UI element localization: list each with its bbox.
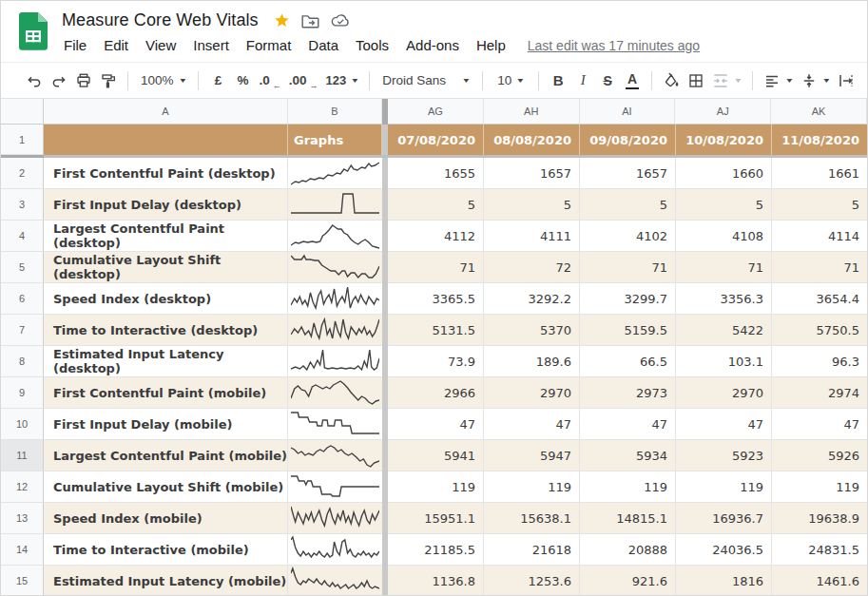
value-cell-AJ5[interactable]: 71	[676, 252, 772, 283]
metric-label-cell[interactable]: Largest Contentful Paint (mobile)	[44, 440, 288, 471]
decrease-decimal-button[interactable]: .0←	[255, 68, 284, 93]
value-cell-AK13[interactable]: 19638.9	[772, 503, 867, 534]
row-header-10[interactable]: 10	[1, 409, 44, 440]
text-wrapping-button[interactable]	[834, 68, 858, 93]
value-cell-AG14[interactable]: 21185.5	[388, 534, 484, 566]
value-cell-AH11[interactable]: 5947	[484, 440, 580, 471]
value-cell-AG6[interactable]: 3365.5	[388, 283, 484, 315]
menu-edit[interactable]: Edit	[95, 36, 137, 54]
date-header-AH[interactable]: 08/08/2020	[484, 125, 580, 155]
value-cell-AG5[interactable]: 71	[388, 252, 484, 283]
value-cell-AJ7[interactable]: 5422	[676, 315, 772, 346]
row-header-8[interactable]: 8	[1, 346, 44, 377]
zoom-select[interactable]: 100%▼	[135, 68, 191, 93]
metric-label-cell[interactable]: Speed Index (mobile)	[44, 503, 288, 534]
col-header-AI[interactable]: AI	[580, 99, 676, 125]
value-cell-AG2[interactable]: 1655	[388, 158, 484, 189]
value-cell-AI14[interactable]: 20888	[580, 534, 676, 566]
value-cell-AJ10[interactable]: 47	[676, 409, 772, 440]
date-header-AJ[interactable]: 10/08/2020	[676, 125, 772, 155]
increase-decimal-button[interactable]: .00→	[285, 68, 322, 93]
value-cell-AK8[interactable]: 96.3	[772, 346, 867, 377]
sparkline-cell[interactable]	[288, 252, 382, 283]
value-cell-AI15[interactable]: 921.6	[580, 566, 676, 595]
col-header-B[interactable]: B	[288, 99, 382, 125]
merge-cells-button[interactable]: ▼	[708, 68, 745, 93]
metric-label-cell[interactable]: Cumulative Layout Shift (mobile)	[44, 471, 288, 503]
value-cell-AI12[interactable]: 119	[580, 471, 676, 503]
row-header-13[interactable]: 13	[1, 503, 44, 534]
row-header-1[interactable]: 1	[1, 125, 44, 155]
value-cell-AH2[interactable]: 1657	[484, 158, 580, 189]
value-cell-AI9[interactable]: 2973	[580, 377, 676, 409]
value-cell-AJ14[interactable]: 24036.5	[676, 534, 772, 566]
value-cell-AI4[interactable]: 4102	[580, 221, 676, 252]
value-cell-AJ2[interactable]: 1660	[676, 158, 772, 189]
value-cell-AG4[interactable]: 4112	[388, 221, 484, 252]
metric-label-cell[interactable]: First Contentful Paint (desktop)	[44, 158, 288, 189]
col-header-AK[interactable]: AK	[771, 99, 867, 125]
value-cell-AI6[interactable]: 3299.7	[580, 283, 676, 315]
undo-button[interactable]	[22, 68, 47, 93]
metric-label-cell[interactable]: Speed Index (desktop)	[44, 283, 288, 315]
value-cell-AK11[interactable]: 5926	[772, 440, 867, 471]
value-cell-AH6[interactable]: 3292.2	[484, 283, 580, 315]
row-header-12[interactable]: 12	[1, 471, 44, 503]
value-cell-AG13[interactable]: 15951.1	[388, 503, 484, 534]
metric-label-cell[interactable]: Estimated Input Latency (desktop)	[44, 346, 288, 377]
format-percent-button[interactable]: %	[230, 68, 255, 93]
sparkline-cell[interactable]	[288, 189, 382, 221]
value-cell-AG15[interactable]: 1136.8	[388, 566, 484, 595]
value-cell-AI8[interactable]: 66.5	[580, 346, 676, 377]
metric-label-cell[interactable]: Time to Interactive (mobile)	[44, 534, 288, 566]
font-size-select[interactable]: 10▼	[490, 68, 531, 93]
value-cell-AH8[interactable]: 189.6	[484, 346, 580, 377]
sparkline-cell[interactable]	[288, 503, 382, 534]
more-formats-button[interactable]: 123▼	[322, 68, 363, 93]
col-header-AG[interactable]: AG	[388, 99, 484, 125]
value-cell-AJ15[interactable]: 1816	[676, 566, 772, 595]
borders-button[interactable]	[684, 68, 708, 93]
sparkline-cell[interactable]	[288, 534, 382, 566]
sparkline-cell[interactable]	[288, 471, 382, 503]
value-cell-AJ6[interactable]: 3356.3	[676, 283, 772, 315]
strikethrough-button[interactable]: S	[595, 68, 620, 93]
value-cell-AI7[interactable]: 5159.5	[580, 315, 676, 346]
value-cell-AK6[interactable]: 3654.4	[772, 283, 867, 315]
select-all-corner[interactable]	[1, 99, 44, 125]
value-cell-AJ13[interactable]: 16936.7	[676, 503, 772, 534]
value-cell-AG9[interactable]: 2966	[388, 377, 484, 409]
last-edit-link[interactable]: Last edit was 17 minutes ago	[528, 38, 700, 53]
menu-file[interactable]: File	[62, 36, 95, 54]
value-cell-AK12[interactable]: 119	[772, 471, 867, 503]
menu-insert[interactable]: Insert	[184, 36, 238, 54]
col-header-A[interactable]: A	[44, 99, 288, 125]
value-cell-AH10[interactable]: 47	[484, 409, 580, 440]
menu-view[interactable]: View	[137, 36, 184, 54]
move-folder-icon[interactable]	[301, 13, 319, 29]
value-cell-AH12[interactable]: 119	[484, 471, 580, 503]
sparkline-cell[interactable]	[288, 315, 382, 346]
horizontal-align-button[interactable]: ▼	[760, 68, 797, 93]
metric-label-cell[interactable]: First Input Delay (desktop)	[44, 189, 288, 221]
value-cell-AG11[interactable]: 5941	[388, 440, 484, 471]
menu-data[interactable]: Data	[299, 36, 347, 54]
vertical-align-button[interactable]: ▼	[797, 68, 834, 93]
star-icon[interactable]	[274, 12, 290, 29]
value-cell-AK10[interactable]: 47	[772, 409, 867, 440]
print-button[interactable]	[71, 68, 96, 93]
row-header-5[interactable]: 5	[1, 252, 44, 283]
value-cell-AI2[interactable]: 1657	[580, 158, 676, 189]
bold-button[interactable]: B	[546, 68, 570, 93]
cell-A1[interactable]	[44, 125, 288, 155]
sparkline-cell[interactable]	[288, 377, 382, 409]
menu-format[interactable]: Format	[238, 36, 300, 54]
value-cell-AG12[interactable]: 119	[388, 471, 484, 503]
value-cell-AH9[interactable]: 2970	[484, 377, 580, 409]
value-cell-AK9[interactable]: 2974	[772, 377, 867, 409]
metric-label-cell[interactable]: Time to Interactive (desktop)	[44, 315, 288, 346]
menu-tools[interactable]: Tools	[347, 36, 397, 54]
row-header-15[interactable]: 15	[1, 566, 44, 595]
value-cell-AH4[interactable]: 4111	[484, 221, 580, 252]
sparkline-cell[interactable]	[288, 566, 382, 595]
